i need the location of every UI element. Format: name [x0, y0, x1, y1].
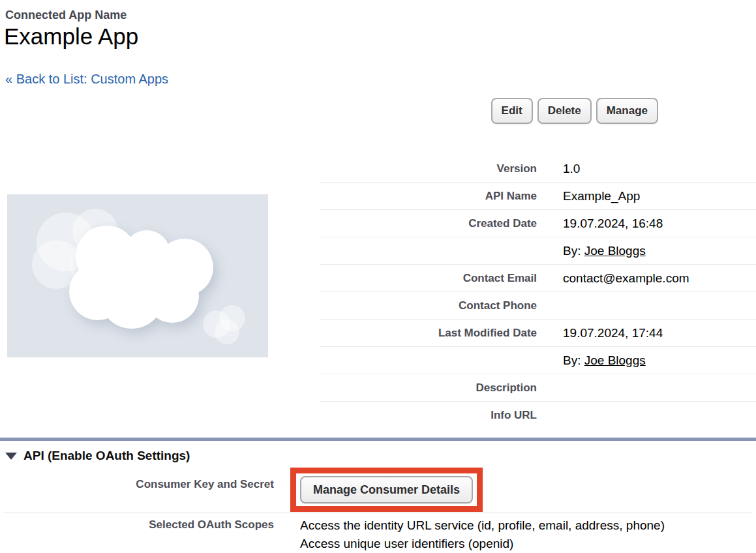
field-label: Last Modified Date	[320, 327, 537, 340]
table-row-last-modified-date: Last Modified Date 19.07.2024, 17:44	[320, 320, 756, 347]
section-divider-bar	[0, 438, 756, 441]
oauth-section-header: API (Enable OAuth Settings)	[5, 449, 190, 463]
app-logo-image	[7, 194, 268, 357]
back-to-list-link[interactable]: « Back to List: Custom Apps	[5, 72, 168, 87]
field-label: Contact Phone	[320, 299, 537, 312]
table-row-contact-phone: Contact Phone	[320, 292, 756, 320]
cloud-icon	[7, 194, 268, 357]
field-label: API Name	[320, 190, 537, 203]
oauth-scopes-list: Access the identity URL service (id, pro…	[300, 516, 665, 553]
field-label: Description	[320, 381, 537, 395]
oauth-section-title: API (Enable OAuth Settings)	[23, 449, 190, 463]
table-row-created-by: By: Joe Bloggs	[320, 237, 756, 265]
field-value: 19.07.2024, 17:44	[563, 326, 663, 340]
table-row-contact-email: Contact Email contact@example.com	[320, 265, 756, 292]
app-detail-table: Version 1.0 API Name Example_App Created…	[320, 155, 756, 428]
edit-button[interactable]: Edit	[491, 98, 533, 124]
table-row-version: Version 1.0	[320, 155, 756, 183]
manage-consumer-details-button[interactable]: Manage Consumer Details	[300, 476, 473, 503]
by-prefix: By:	[563, 353, 584, 367]
field-value: By: Joe Bloggs	[563, 353, 646, 368]
table-row-description: Description	[320, 374, 756, 402]
created-by-user-link[interactable]: Joe Bloggs	[584, 244, 646, 258]
table-row-created-date: Created Date 19.07.2024, 16:48	[320, 210, 756, 237]
table-row-modified-by: By: Joe Bloggs	[320, 347, 756, 374]
delete-button[interactable]: Delete	[537, 98, 592, 124]
field-value: By: Joe Bloggs	[563, 244, 646, 258]
connected-app-detail-page: Connected App Name Example App « Back to…	[0, 0, 756, 553]
oauth-scope-item: Access the identity URL service (id, pro…	[300, 516, 665, 535]
collapse-triangle-icon[interactable]	[5, 453, 17, 460]
row-divider-line	[3, 513, 753, 513]
action-toolbar: Edit Delete Manage	[491, 98, 658, 124]
field-value: 1.0	[563, 162, 580, 176]
connected-app-name-label: Connected App Name	[5, 8, 127, 22]
field-label: Version	[320, 162, 537, 175]
field-label: Contact Email	[320, 272, 537, 285]
manage-button[interactable]: Manage	[596, 98, 658, 124]
field-value: 19.07.2024, 16:48	[563, 217, 663, 231]
selected-oauth-scopes-label: Selected OAuth Scopes	[0, 518, 274, 531]
field-label: Created Date	[320, 217, 537, 230]
field-value: Example_App	[563, 189, 640, 203]
field-label: Info URL	[320, 409, 537, 422]
consumer-key-secret-label: Consumer Key and Secret	[0, 478, 274, 491]
by-prefix: By:	[563, 244, 584, 258]
oauth-scope-item: Access unique user identifiers (openid)	[300, 535, 665, 553]
table-row-api-name: API Name Example_App	[320, 183, 756, 210]
field-value: contact@example.com	[563, 271, 689, 286]
highlight-annotation-box: Manage Consumer Details	[290, 468, 483, 512]
table-row-info-url: Info URL	[320, 402, 756, 428]
page-title: Example App	[4, 23, 138, 50]
modified-by-user-link[interactable]: Joe Bloggs	[584, 353, 646, 367]
